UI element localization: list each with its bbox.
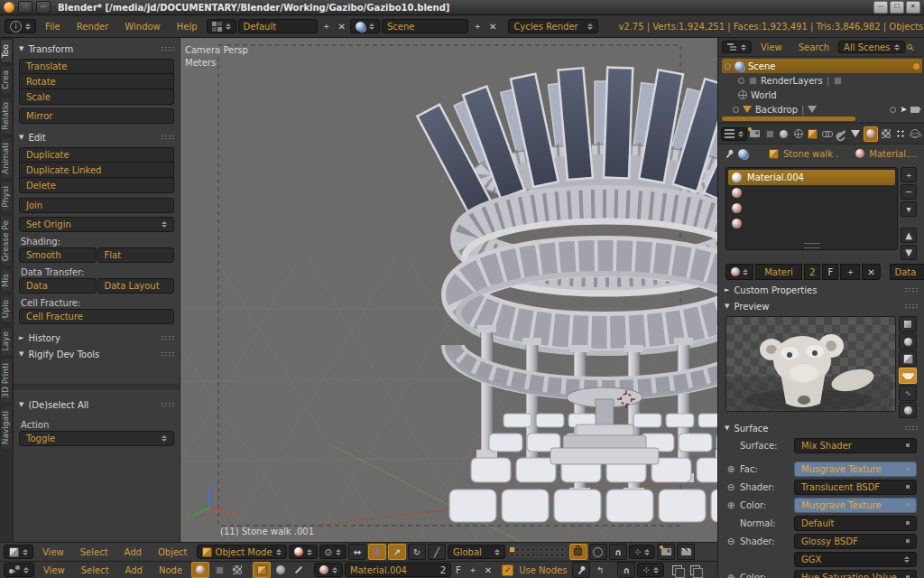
material-add-button[interactable]: ＋ — [466, 564, 480, 576]
window-menu-button[interactable]: ∷ — [18, 1, 32, 14]
slot-move-down-button[interactable]: ▼ — [901, 245, 917, 260]
tab-create[interactable]: Crea — [0, 65, 13, 95]
socket-plus-icon[interactable]: ⊕ — [725, 573, 736, 578]
vp-menu-object[interactable]: Object — [151, 547, 195, 557]
screen-layout-selector[interactable]: Default — [238, 19, 318, 33]
shader-object-button[interactable] — [253, 562, 271, 578]
compositing-tree-type-button[interactable] — [211, 563, 227, 577]
scene-icon-selector[interactable] — [350, 19, 380, 33]
tab-upload[interactable]: Uplo — [0, 294, 13, 323]
material-name-field[interactable]: Materi — [755, 264, 802, 280]
shader-linestyle-button[interactable] — [291, 563, 307, 577]
tab-misc[interactable]: Mis — [0, 268, 13, 293]
unlink-material-button[interactable]: ✕ — [862, 264, 880, 280]
preview-world-sphere-button[interactable] — [899, 402, 917, 418]
close-button[interactable]: ✕ — [906, 1, 920, 14]
paste-nodes-button[interactable] — [688, 563, 704, 577]
minimize-button[interactable]: — — [873, 1, 888, 14]
renderability-icon[interactable] — [910, 107, 919, 113]
material-users-count[interactable]: 2 — [440, 565, 446, 575]
tab-layers[interactable]: Laye — [0, 326, 13, 356]
menu-file[interactable]: File — [38, 22, 68, 32]
tab-scene[interactable] — [778, 127, 790, 141]
tab-3d-printing[interactable]: 3D Printi — [0, 358, 13, 404]
outliner-editor-selector[interactable] — [722, 41, 752, 53]
node-menu-select[interactable]: Select — [74, 565, 116, 575]
scale-button[interactable]: Scale — [19, 89, 174, 105]
socket-minus-icon[interactable]: ⊖ — [725, 536, 736, 546]
surface-header[interactable]: ▼ Surface — [718, 420, 924, 436]
breadcrumb-material[interactable]: Material.... — [869, 149, 917, 159]
pin-node-tree-button[interactable] — [572, 562, 590, 578]
preview-monkey-button[interactable] — [899, 368, 917, 384]
editor-type-selector[interactable]: i — [5, 19, 36, 33]
tab-object-data[interactable] — [849, 127, 862, 141]
orientation-selector[interactable]: Global — [448, 545, 505, 559]
scale-manipulator[interactable]: ╱ — [428, 544, 446, 560]
material-name-field[interactable]: Material.004 2 — [345, 563, 451, 577]
preview-flat-button[interactable] — [899, 316, 917, 332]
fac-link-field[interactable]: Musgrave Texture — [794, 461, 917, 477]
panel-grip-icon[interactable] — [161, 402, 174, 407]
delete-button[interactable]: Delete — [19, 178, 174, 193]
copy-nodes-button[interactable] — [670, 563, 686, 577]
tab-tools[interactable]: Too — [0, 39, 13, 63]
material-slot[interactable] — [728, 200, 895, 216]
operator-panel-header[interactable]: ▼ (De)select All — [19, 396, 174, 413]
panel-edit-header[interactable]: ▼ Edit — [19, 129, 174, 145]
panel-grip-icon[interactable] — [904, 303, 918, 309]
data-transfer-layout-button[interactable]: Data Layout — [97, 278, 175, 294]
new-material-button[interactable]: ＋ — [840, 264, 860, 280]
outliner-row-renderlayers[interactable]: RenderLayers | — [722, 73, 922, 88]
render-opengl-anim-button[interactable] — [677, 544, 695, 560]
selectability-icon[interactable]: ➤ — [900, 105, 907, 114]
list-resize-grip[interactable] — [804, 243, 820, 248]
tab-constraints[interactable] — [821, 127, 834, 141]
color2-field[interactable]: Hue Saturation Value — [794, 570, 917, 578]
preview-cube-button[interactable] — [899, 350, 917, 367]
panel-grip-icon[interactable] — [904, 287, 918, 293]
node-snap-toggle[interactable]: ∩ — [617, 562, 635, 578]
panel-transform-header[interactable]: ▼ Transform — [19, 41, 174, 57]
material-slot-list[interactable]: Material.004 — [725, 167, 898, 250]
proportional-edit-toggle[interactable] — [589, 544, 607, 560]
shader-tree-type-button[interactable] — [191, 562, 209, 578]
menu-window[interactable]: Window — [117, 22, 167, 32]
tab-physics[interactable] — [909, 127, 921, 141]
shade-smooth-button[interactable]: Smooth — [19, 247, 97, 263]
tab-render[interactable] — [749, 127, 762, 141]
manipulator-toggle[interactable] — [368, 544, 386, 560]
material-slot[interactable] — [728, 185, 895, 200]
panel-grip-icon[interactable] — [904, 425, 918, 431]
shader2-field[interactable]: Glossy BSDF — [794, 534, 917, 549]
mirror-button[interactable]: Mirror — [19, 108, 174, 124]
tab-navigation[interactable]: Navigati — [0, 406, 13, 450]
pivot-point-selector[interactable]: ⊙ — [319, 545, 346, 559]
panel-rigify-header[interactable]: ▼ Rigify Dev Tools — [19, 346, 174, 362]
material-slot[interactable] — [728, 216, 895, 231]
translate-manipulator[interactable]: ↗ — [388, 544, 406, 560]
outliner-menu-view[interactable]: View — [753, 42, 790, 52]
distribution-select[interactable]: GGX — [794, 552, 917, 567]
slot-move-up-button[interactable]: ▲ — [901, 228, 917, 243]
visibility-icon[interactable] — [890, 107, 896, 113]
shader-world-button[interactable] — [273, 563, 289, 577]
preview-header[interactable]: ▼ Preview — [718, 298, 924, 314]
filter-icon[interactable]: ⚲ — [904, 42, 916, 53]
tab-material[interactable] — [864, 126, 878, 142]
duplicate-button[interactable]: Duplicate — [19, 147, 174, 163]
tab-modifiers[interactable] — [836, 127, 848, 141]
slot-remove-button[interactable]: − — [901, 184, 917, 200]
texture-tree-type-button[interactable] — [229, 563, 245, 577]
node-menu-view[interactable]: View — [36, 565, 72, 575]
material-slot-active[interactable]: Material.004 — [728, 170, 895, 185]
preview-hair-button[interactable]: ∿ — [899, 385, 917, 401]
panel-grip-icon[interactable] — [161, 46, 174, 51]
custom-properties-header[interactable]: ► Custom Properties — [718, 282, 924, 298]
rotate-button[interactable]: Rotate — [19, 74, 174, 89]
node-snap-element-selector[interactable]: ⊹ — [637, 563, 664, 577]
scene-selector[interactable]: Scene — [382, 19, 468, 33]
breadcrumb-object[interactable]: Stone walk . — [783, 149, 838, 159]
snap-element-selector[interactable]: ⊹ — [629, 545, 656, 559]
menu-help[interactable]: Help — [170, 22, 205, 32]
